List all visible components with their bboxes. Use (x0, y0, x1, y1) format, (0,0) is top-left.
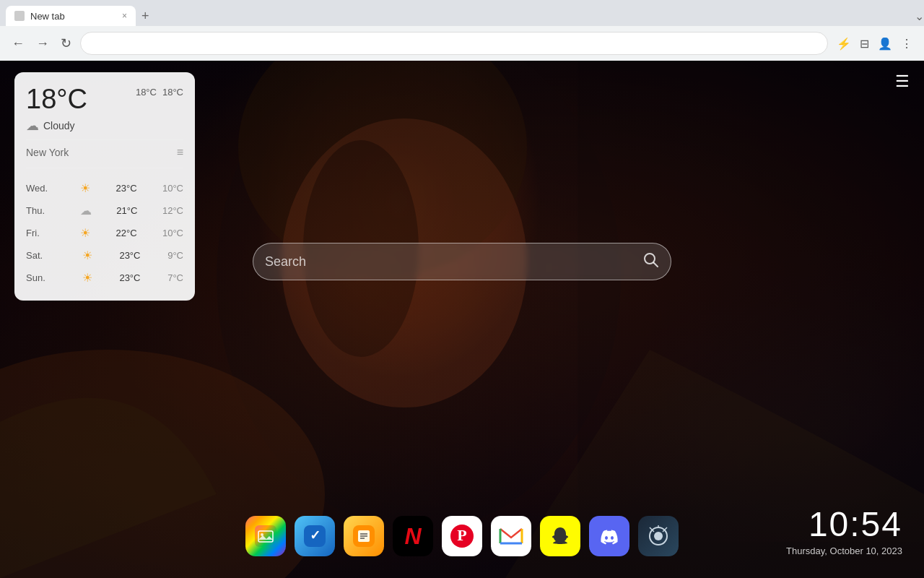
task-icon: ✓ (304, 525, 326, 547)
svg-text:P: P (457, 526, 466, 544)
forecast-day-sun: Sun. (26, 272, 55, 283)
forecast-row-sun: Sun. ☀ 23°C 7°C (26, 267, 183, 289)
cloud-icon: ☁ (26, 118, 39, 134)
active-tab[interactable]: New tab × (6, 6, 136, 26)
photos-icon (255, 525, 276, 547)
forecast-icon-fri: ☀ (80, 226, 90, 240)
weather-main-temp: 18°C (26, 84, 87, 115)
app-icon-task[interactable]: ✓ (295, 516, 335, 556)
forecast-row-sat: Sat. ☀ 23°C 9°C (26, 244, 183, 267)
forward-button[interactable]: → (33, 33, 52, 54)
weather-widget: 18°C ☁ Cloudy 18°C 18°C New York ≡ Wed. … (14, 72, 195, 301)
app-icon-gmail[interactable] (491, 516, 531, 556)
extensions-button[interactable]: ⚡ (834, 34, 854, 53)
forecast-row-wed: Wed. ☀ 23°C 10°C (26, 177, 183, 199)
app-icon-pinterest[interactable]: P (442, 516, 482, 556)
forecast-icon-wed: ☀ (80, 181, 90, 195)
netflix-n-icon: N (404, 523, 421, 550)
tab-close-button[interactable]: × (122, 11, 127, 21)
weather-top: 18°C ☁ Cloudy 18°C 18°C (26, 84, 183, 134)
app-icon-steam[interactable] (638, 516, 679, 556)
menu-button[interactable]: ⋮ (898, 34, 915, 53)
forecast-icon-thu: ☁ (80, 204, 92, 217)
weather-high: 18°C (136, 87, 157, 98)
search-button[interactable] (643, 252, 659, 272)
reload-button[interactable]: ↻ (58, 33, 74, 54)
weather-condition-text: Cloudy (43, 120, 75, 131)
notes-icon (353, 525, 375, 547)
back-button[interactable]: ← (9, 33, 27, 54)
svg-line-8 (654, 262, 658, 267)
clock-date: Thursday, October 10, 2023 (786, 545, 902, 556)
app-icon-notes[interactable] (344, 516, 384, 556)
clock-time: 10:54 (786, 504, 902, 544)
weather-main-info: 18°C ☁ Cloudy (26, 84, 87, 134)
forecast-high-sun: 23°C (119, 272, 140, 283)
svg-text:✓: ✓ (310, 528, 321, 543)
nav-icons: ⚡ ⊟ 👤 ⋮ (834, 34, 915, 53)
tab-favicon (14, 11, 25, 21)
gmail-icon (499, 526, 523, 546)
app-icon-photos[interactable] (245, 516, 286, 556)
profile-button[interactable]: 👤 (875, 34, 895, 53)
search-container (253, 243, 671, 280)
app-icon-discord[interactable] (589, 516, 629, 556)
forecast-high-sat: 23°C (119, 250, 140, 261)
svg-point-23 (654, 532, 663, 540)
search-icon (643, 252, 659, 268)
snapchat-icon (549, 525, 572, 548)
menu-icon[interactable]: ☰ (895, 72, 910, 91)
forecast-low-thu: 12°C (162, 205, 183, 216)
new-tab-button[interactable]: + (136, 9, 155, 24)
forecast-low-sat: 9°C (167, 250, 183, 261)
forecast-row-fri: Fri. ☀ 22°C 10°C (26, 222, 183, 244)
address-bar[interactable] (80, 32, 828, 55)
app-icon-netflix[interactable]: N (393, 516, 433, 556)
tab-menu-button[interactable]: ⌄ (915, 9, 924, 23)
weather-settings-icon[interactable]: ≡ (177, 146, 183, 159)
app-dock: ✓ N P (245, 516, 679, 556)
weather-forecast: Wed. ☀ 23°C 10°C Thu. ☁ 21°C 12°C Fri. ☀… (26, 168, 183, 289)
forecast-low-sun: 7°C (167, 272, 183, 283)
weather-hi-lo: 18°C 18°C (136, 87, 183, 98)
search-bar (253, 243, 671, 280)
weather-location-row: New York ≡ (26, 139, 183, 159)
forecast-day-fri: Fri. (26, 228, 55, 238)
weather-condition: ☁ Cloudy (26, 118, 87, 134)
forecast-day-thu: Thu. (26, 205, 55, 216)
new-tab-page: ☰ 18°C ☁ Cloudy 18°C 18°C New York ≡ Wed… (0, 61, 924, 578)
tab-bar: New tab × + ⌄ (0, 0, 924, 26)
steam-icon (647, 525, 670, 548)
forecast-row-thu: Thu. ☁ 21°C 12°C (26, 199, 183, 222)
clock-widget: 10:54 Thursday, October 10, 2023 (786, 504, 902, 556)
weather-location: New York (26, 147, 69, 158)
tab-title: New tab (30, 11, 65, 22)
split-view-button[interactable]: ⊟ (857, 34, 872, 53)
forecast-high-wed: 23°C (116, 183, 137, 194)
forecast-day-wed: Wed. (26, 183, 55, 194)
forecast-icon-sun: ☀ (82, 271, 92, 285)
weather-low: 18°C (162, 87, 183, 98)
forecast-low-wed: 10°C (162, 183, 183, 194)
search-input[interactable] (265, 254, 643, 269)
forecast-high-fri: 22°C (116, 228, 137, 238)
forecast-day-sat: Sat. (26, 250, 55, 261)
pinterest-icon: P (450, 525, 474, 548)
app-icon-snapchat[interactable] (540, 516, 580, 556)
forecast-icon-sat: ☀ (82, 249, 92, 262)
forecast-high-thu: 21°C (116, 205, 137, 216)
browser-chrome: New tab × + ⌄ ← → ↻ ⚡ ⊟ 👤 ⋮ (0, 0, 924, 61)
discord-icon (598, 525, 621, 548)
nav-bar: ← → ↻ ⚡ ⊟ 👤 ⋮ (0, 26, 924, 61)
forecast-low-fri: 10°C (162, 228, 183, 238)
